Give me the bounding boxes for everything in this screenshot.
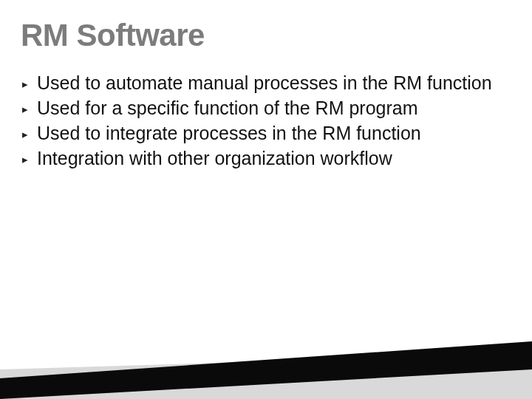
list-item: ▸ Integration with other organization wo… xyxy=(22,146,511,171)
bullet-text: Used for a specific function of the RM p… xyxy=(37,96,511,120)
bullet-marker-icon: ▸ xyxy=(22,121,37,146)
bullet-marker-icon: ▸ xyxy=(22,146,37,171)
bullet-text: Integration with other organization work… xyxy=(37,146,511,170)
slide: RM Software ▸ Used to automate manual pr… xyxy=(0,0,532,399)
list-item: ▸ Used to integrate processes in the RM … xyxy=(22,121,511,146)
svg-marker-1 xyxy=(0,341,532,399)
bullet-text: Used to automate manual processes in the… xyxy=(37,71,511,95)
bullet-marker-icon: ▸ xyxy=(22,71,37,95)
svg-marker-0 xyxy=(0,353,532,399)
list-item: ▸ Used to automate manual processes in t… xyxy=(22,71,511,95)
list-item: ▸ Used for a specific function of the RM… xyxy=(22,96,511,120)
slide-title: RM Software xyxy=(21,18,511,53)
footer-decoration xyxy=(0,332,532,399)
bullet-text: Used to integrate processes in the RM fu… xyxy=(37,121,511,145)
bullet-marker-icon: ▸ xyxy=(22,96,37,120)
bullet-list: ▸ Used to automate manual processes in t… xyxy=(21,71,511,171)
